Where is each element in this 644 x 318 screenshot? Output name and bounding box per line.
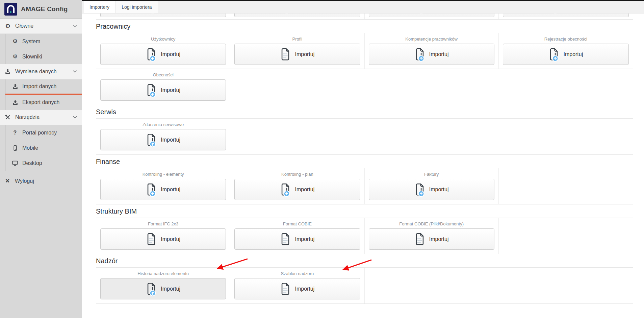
import-button[interactable]: Importuj [503, 44, 629, 65]
import-card: Faktury Importuj [365, 168, 499, 204]
import-card-label: Format COBIE [283, 221, 312, 226]
import-button[interactable]: Importuj [234, 228, 360, 250]
import-card-label: Zdarzenia serwisowe [143, 122, 184, 127]
import-section-pracownicy: Pracownicy Użytkownicy Importuj Profil I… [96, 23, 633, 105]
sidebar-item-portal-pomocy[interactable]: ? Portal pomocy [5, 125, 82, 140]
import-button[interactable]: Importuj [100, 228, 226, 250]
gear-icon: ⚙ [5, 23, 11, 29]
import-button[interactable]: Importuj [234, 14, 360, 17]
import-button[interactable]: Importuj [234, 179, 360, 200]
import-button[interactable]: Importuj [369, 228, 494, 250]
section-card-grid: Użytkownicy Importuj Profil Importuj Kom… [96, 33, 633, 105]
gear-icon: ⚙ [12, 39, 18, 44]
import-section-serwis: Serwis Zdarzenia serwisowe Importuj [96, 108, 633, 155]
sidebar-group-narzędzia[interactable]: Narzędzia [0, 110, 82, 125]
chevron-down-icon [73, 25, 77, 27]
import-button[interactable]: Importuj [369, 179, 494, 200]
import-card: Kompetencje pracowników Importuj [365, 33, 499, 69]
upload-icon [12, 100, 18, 105]
import-card-label: Kontroling - elementy [143, 172, 184, 177]
import-card-label: Format IFC 2x3 [148, 221, 178, 226]
chevron-down-icon [73, 116, 77, 119]
tab-logi-importera-label: Logi importera [122, 4, 152, 10]
question-icon: ? [12, 130, 18, 136]
mobile-icon [12, 145, 18, 151]
sidebar-item-eksport-danych[interactable]: Eksport danych [5, 95, 82, 110]
download-icon [12, 84, 18, 89]
import-button[interactable]: Importuj [100, 14, 226, 17]
file-upload-icon [146, 282, 157, 296]
import-card: Importuj [365, 14, 499, 19]
section-heading: Nadzór [96, 257, 633, 265]
file-upload-icon [414, 14, 425, 14]
import-card: Profil Importuj [230, 33, 364, 69]
import-card: Kontroling - elementy Importuj [96, 168, 230, 204]
sidebar-item-system[interactable]: ⚙ System [5, 34, 82, 49]
gear-icon: ⚙ [12, 54, 18, 59]
import-card: Importuj [499, 14, 633, 19]
import-button-label: Importuj [295, 236, 314, 242]
sidebar-group-główne[interactable]: ⚙ Główne [0, 19, 82, 34]
tab-logi-importera[interactable]: Logi importera [116, 1, 158, 13]
file-lines-icon [280, 47, 291, 62]
sidebar-group-children: ⚙ System ⚙ Słowniki [5, 34, 82, 64]
import-button-label: Importuj [161, 286, 180, 292]
import-button-label: Importuj [429, 236, 449, 242]
import-section-nadzór: Nadzór Historia nadzoru elementu Importu… [96, 257, 633, 304]
import-button-label: Importuj [295, 187, 314, 193]
import-button[interactable]: Importuj [234, 44, 360, 65]
file-upload-icon [146, 132, 157, 147]
close-icon: ✕ [4, 178, 10, 184]
logout-label: Wyloguj [15, 178, 34, 184]
desktop-icon [12, 161, 18, 166]
sidebar-item-import-danych[interactable]: Import danych [5, 79, 82, 95]
import-button-label: Importuj [161, 187, 180, 193]
sidebar: AMAGE Config ⚙ Główne ⚙ System ⚙ Słownik… [0, 0, 82, 318]
import-card-label: Kontroling - plan [281, 172, 313, 177]
import-card-label: Kompetencje pracowników [405, 36, 458, 42]
file-upload-icon [146, 182, 157, 197]
file-upload-icon [414, 182, 425, 197]
import-button[interactable]: Importuj [503, 14, 629, 17]
section-card-grid: Importuj Importuj Importuj Importuj [96, 14, 633, 20]
sidebar-item-desktop[interactable]: Desktop [5, 155, 82, 171]
import-card-label: Obecności [153, 72, 173, 77]
import-button[interactable]: Importuj [369, 44, 494, 65]
import-card-label: Format COBIE (Pliki/Dokumenty) [399, 221, 464, 226]
import-card-label: Szablon nadzoru [281, 271, 314, 276]
file-upload-icon [146, 83, 157, 98]
file-upload-icon [548, 47, 559, 62]
import-card-label: Użytkownicy [151, 36, 175, 42]
import-button[interactable]: Importuj [100, 278, 226, 299]
import-section-struktury-bim: Struktury BIM Format IFC 2x3 Importuj Fo… [96, 207, 633, 254]
file-lines-icon [414, 232, 425, 247]
sidebar-item-słowniki[interactable]: ⚙ Słowniki [5, 49, 82, 64]
import-button-label: Importuj [161, 51, 180, 57]
sidebar-group-children: ? Portal pomocy Mobile Desktop [5, 125, 82, 171]
sidebar-groups: ⚙ Główne ⚙ System ⚙ Słowniki Wymiana dan… [0, 19, 82, 171]
import-button[interactable]: Importuj [100, 44, 226, 65]
import-button[interactable]: Importuj [234, 278, 360, 299]
import-button[interactable]: Importuj [100, 179, 226, 200]
import-button[interactable]: Importuj [369, 14, 494, 17]
file-upload-icon [548, 14, 559, 14]
import-button[interactable]: Importuj [100, 129, 226, 150]
file-upload-icon [414, 47, 425, 62]
import-button-label: Importuj [429, 187, 449, 193]
import-card-label: Faktury [424, 172, 439, 177]
section-heading: Serwis [96, 108, 633, 116]
tab-importery[interactable]: Importery [84, 1, 115, 13]
download-icon [5, 69, 11, 74]
file-upload-icon [146, 47, 157, 62]
import-card: Zdarzenia serwisowe Importuj [96, 119, 230, 154]
import-button-label: Importuj [429, 51, 449, 57]
import-button[interactable]: Importuj [100, 79, 226, 101]
import-card: Obecności Importuj [96, 69, 230, 105]
sidebar-item-mobile[interactable]: Mobile [5, 140, 82, 155]
amage-logo-icon [4, 3, 17, 16]
sidebar-item-logout[interactable]: ✕ Wyloguj [0, 173, 82, 189]
sidebar-group-wymiana-danych[interactable]: Wymiana danych [0, 64, 82, 79]
import-button-label: Importuj [161, 236, 180, 242]
import-card: Rejestracje obecności Importuj [499, 33, 633, 69]
import-card: Szablon nadzoru Importuj [230, 268, 364, 303]
